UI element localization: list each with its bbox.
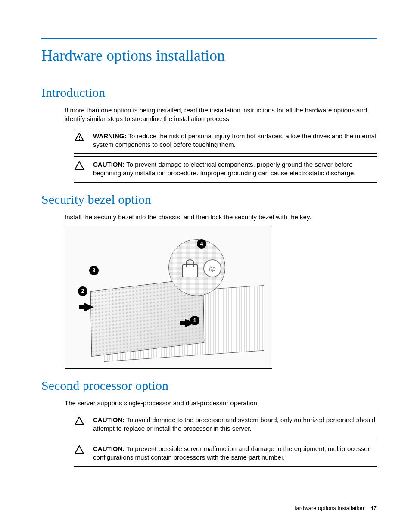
- figure-callout-2: 2: [78, 286, 87, 296]
- caution-icon: [74, 416, 84, 425]
- footer-section: Hardware options installation: [292, 505, 364, 511]
- figure-callout-3: 3: [89, 266, 99, 275]
- caution-icon: [74, 445, 84, 454]
- lock-detail-circle: hp: [168, 239, 225, 296]
- caution-text: CAUTION: To avoid damage to the processo…: [93, 416, 377, 433]
- processor-body: The server supports single-processor and…: [65, 399, 377, 408]
- figure-callout-4: 4: [197, 239, 206, 249]
- bezel-body: Install the security bezel into the chas…: [65, 213, 377, 221]
- caution-icon: [74, 160, 84, 170]
- caution-notice: CAUTION: To prevent damage to electrical…: [74, 156, 377, 183]
- arrow-icon: [84, 303, 94, 311]
- page-footer: Hardware options installation 47: [292, 505, 377, 511]
- heading-introduction: Introduction: [41, 85, 377, 100]
- top-rule: [41, 38, 377, 39]
- intro-body: If more than one option is being install…: [65, 106, 377, 124]
- warning-label: WARNING:: [93, 132, 127, 140]
- warning-icon: [74, 132, 84, 141]
- caution-body: To prevent possible server malfunction a…: [93, 445, 370, 461]
- caution-label: CAUTION:: [93, 445, 125, 452]
- caution-text: CAUTION: To prevent possible server malf…: [93, 445, 377, 462]
- caution-body: To prevent damage to electrical componen…: [93, 161, 356, 177]
- warning-body: To reduce the risk of personal injury fr…: [93, 132, 377, 148]
- document-page: Hardware options installation Introducti…: [0, 0, 411, 532]
- heading-bezel: Security bezel option: [41, 192, 377, 207]
- figure-callout-1: 1: [190, 316, 199, 325]
- caution-notice: CAUTION: To prevent possible server malf…: [74, 441, 377, 467]
- page-title: Hardware options installation: [41, 47, 377, 65]
- hp-logo-icon: hp: [203, 259, 221, 277]
- footer-page-number: 47: [371, 505, 377, 511]
- warning-notice: WARNING: To reduce the risk of personal …: [74, 128, 377, 154]
- caution-notice: CAUTION: To avoid damage to the processo…: [74, 412, 377, 438]
- caution-body: To avoid damage to the processor and sys…: [93, 416, 375, 432]
- bezel-figure: hp 1 2 3 4: [65, 226, 272, 369]
- caution-text: CAUTION: To prevent damage to electrical…: [93, 160, 377, 178]
- svg-point-1: [79, 139, 80, 140]
- heading-processor: Second processor option: [41, 378, 377, 393]
- lock-icon: [182, 264, 198, 277]
- warning-text: WARNING: To reduce the risk of personal …: [93, 132, 377, 149]
- caution-label: CAUTION:: [93, 416, 125, 423]
- caution-label: CAUTION:: [93, 161, 125, 168]
